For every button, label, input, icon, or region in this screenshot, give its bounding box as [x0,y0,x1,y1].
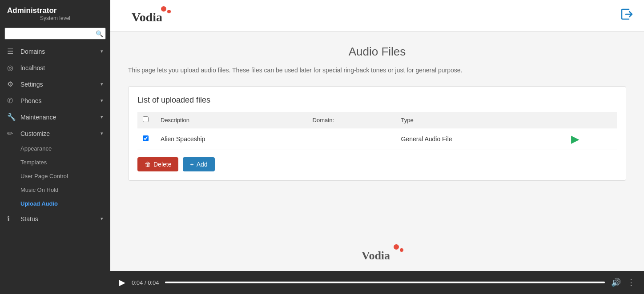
chevron-icon: ▾ [101,114,103,120]
system-level-label: System level [7,15,103,21]
volume-icon[interactable]: 🔊 [611,278,621,287]
sidebar-item-maintenance[interactable]: 🔧 Maintenance ▾ [0,109,110,125]
file-list-box: List of uploaded files Description Domai… [128,86,626,181]
trash-icon: 🗑 [145,161,151,168]
row-domain [307,128,396,150]
sidebar-item-localhost[interactable]: ◎ localhost [0,60,110,76]
sidebar-item-label: Settings [20,81,101,88]
file-table: Description Domain: Type Alien Spaceship… [137,112,617,150]
table-header-type: Type [395,112,565,128]
plus-icon: + [190,161,193,168]
page-title: Audio Files [128,45,626,59]
settings-icon: ⚙ [7,80,17,88]
sidebar-item-upload-audio[interactable]: Upload Audio [0,197,110,211]
table-header-description: Description [155,112,307,128]
sidebar-item-templates[interactable]: Templates [0,155,110,169]
sidebar: Administrator System level 🔍 ☰ Domains ▾… [0,0,110,294]
chevron-icon: ▾ [101,98,103,103]
vodia-logo-svg: Vodia [119,4,173,27]
table-header-domain: Domain: [307,112,396,128]
sidebar-item-label: Status [20,215,101,222]
topbar: Vodia [110,0,644,32]
search-container: 🔍 [0,24,110,43]
delete-label: Delete [153,161,171,168]
main-content: Audio Files This page lets you upload au… [110,32,644,236]
chevron-icon: ▾ [101,48,103,54]
customize-icon: ✏ [7,129,17,138]
row-description: Alien Spaceship [155,128,307,150]
sidebar-header: Administrator System level [0,0,110,24]
player-time-display: 0:04 / 0:04 [132,279,159,286]
maintenance-icon: 🔧 [7,113,17,121]
phones-icon: ✆ [7,96,17,105]
svg-point-5 [400,248,403,252]
sidebar-item-user-page-control[interactable]: User Page Control [0,169,110,183]
row-checkbox-cell [137,128,155,150]
admin-label: Administrator [7,6,103,15]
sidebar-item-phones[interactable]: ✆ Phones ▾ [0,92,110,109]
play-button[interactable]: ▶ [119,278,125,287]
sidebar-item-label: localhost [20,64,103,72]
add-button[interactable]: + Add [183,157,214,171]
svg-text:Vodia: Vodia [362,249,390,262]
chevron-icon: ▾ [101,81,103,87]
footer-logo-area: Vodia [110,236,644,271]
delete-button[interactable]: 🗑 Delete [137,157,178,171]
svg-point-2 [167,10,171,13]
chevron-icon: ▾ [101,216,103,222]
chevron-icon: ▾ [101,131,103,136]
page-description: This page lets you upload audio files. T… [128,67,626,74]
row-type: General Audio File [395,128,565,150]
table-header-checkbox [137,112,155,128]
sidebar-item-label: Maintenance [20,114,101,121]
localhost-icon: ◎ [7,64,17,72]
file-list-title: List of uploaded files [137,95,617,105]
add-label: Add [197,161,208,168]
sidebar-item-label: Customize [20,130,101,137]
sidebar-nav: ☰ Domains ▾ ◎ localhost ⚙ Settings ▾ ✆ P… [0,43,110,294]
domains-icon: ☰ [7,47,17,56]
sidebar-item-settings[interactable]: ⚙ Settings ▾ [0,76,110,92]
logout-button[interactable] [620,7,635,25]
sidebar-item-domains[interactable]: ☰ Domains ▾ [0,43,110,60]
file-actions: 🗑 Delete + Add [137,157,617,171]
more-options-icon[interactable]: ⋮ [627,278,635,287]
sidebar-item-music-on-hold[interactable]: Music On Hold [0,183,110,197]
play-file-button[interactable]: ▶ [571,133,579,145]
table-row: Alien Spaceship General Audio File ▶ [137,128,617,150]
svg-point-4 [394,244,399,250]
progress-fill [165,282,605,283]
sidebar-item-label: Phones [20,97,101,104]
audio-player: ▶ 0:04 / 0:04 🔊 ⋮ [110,271,644,294]
sidebar-item-status[interactable]: ℹ Status ▾ [0,211,110,227]
select-all-checkbox[interactable] [143,116,149,122]
svg-point-1 [161,6,166,12]
sidebar-item-appearance[interactable]: Appearance [0,142,110,155]
search-input[interactable] [4,28,106,40]
footer-vodia-logo: Vodia [348,242,406,265]
logo: Vodia [119,4,173,27]
sidebar-item-customize[interactable]: ✏ Customize ▾ [0,125,110,142]
row-checkbox[interactable] [143,135,149,141]
search-button[interactable]: 🔍 [96,30,103,37]
status-icon: ℹ [7,215,17,223]
table-header-actions [566,112,617,128]
row-play-cell: ▶ [566,128,617,150]
sidebar-item-label: Domains [20,48,101,55]
progress-bar[interactable] [165,282,605,283]
svg-text:Vodia: Vodia [132,10,162,24]
